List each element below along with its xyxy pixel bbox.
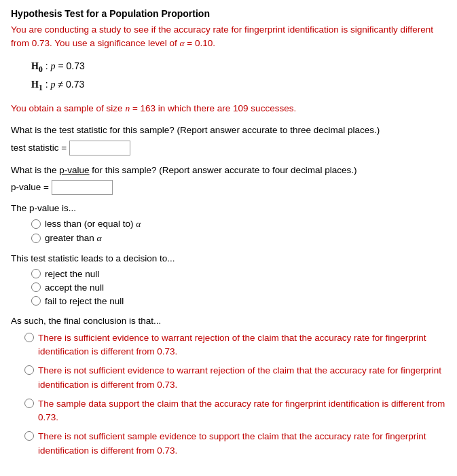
conclusion-radio-4[interactable]: [24, 431, 34, 441]
q2-question: What is the p-value for this sample? (Re…: [11, 164, 446, 177]
pvalue-input[interactable]: [52, 180, 113, 195]
intro-text: You are conducting a study to see if the…: [11, 23, 446, 51]
decision-reject-label: reject the null: [45, 269, 99, 279]
sample-info: You obtain a sample of size n = 163 in w…: [11, 102, 446, 115]
conclusion-label-4: There is not sufficient sample evidence …: [38, 430, 446, 458]
conclusion-radio-1[interactable]: [24, 333, 34, 342]
decision-radio-reject[interactable]: [31, 269, 41, 278]
decision-option-fail: fail to reject the null: [31, 296, 446, 306]
conclusion-option-4: There is not sufficient sample evidence …: [24, 430, 446, 458]
page-title: Hypothesis Test for a Population Proport…: [11, 8, 446, 19]
decision-options-group: reject the null accept the null fail to …: [31, 269, 446, 306]
pvalue-radio-less[interactable]: [31, 219, 41, 229]
test-statistic-input[interactable]: [69, 141, 130, 155]
conclusion-options-group: There is sufficient evidence to warrant …: [24, 331, 446, 458]
conclusion-radio-3[interactable]: [24, 399, 34, 408]
pvalue-option-greater-label: greater than α: [45, 233, 102, 244]
conclusion-section-label: As such, the final conclusion is that...: [11, 316, 446, 326]
decision-option-reject: reject the null: [31, 269, 446, 279]
decision-section-label: This test statistic leads to a decision …: [11, 253, 446, 263]
conclusion-label-2: There is not sufficient evidence to warr…: [38, 364, 446, 392]
decision-accept-label: accept the null: [45, 282, 104, 293]
q1-question: What is the test statistic for this samp…: [11, 124, 446, 137]
test-statistic-label: test statistic =: [11, 143, 67, 153]
test-statistic-row: test statistic =: [11, 141, 446, 155]
hypotheses-block: H0 : p = 0.73 H1 : p ≠ 0.73: [31, 58, 446, 96]
decision-fail-label: fail to reject the null: [45, 296, 124, 306]
pvalue-row: p-value =: [11, 180, 446, 195]
pvalue-option-greater: greater than α: [31, 233, 446, 244]
conclusion-option-2: There is not sufficient evidence to warr…: [24, 364, 446, 392]
h0-line: H0 : p = 0.73: [31, 58, 446, 77]
pvalue-option-less-label: less than (or equal to) α: [45, 219, 141, 230]
decision-radio-fail[interactable]: [31, 296, 41, 306]
h1-line: H1 : p ≠ 0.73: [31, 76, 446, 95]
pvalue-option-less: less than (or equal to) α: [31, 219, 446, 230]
conclusion-radio-2[interactable]: [24, 365, 34, 375]
conclusion-label-1: There is sufficient evidence to warrant …: [38, 331, 446, 359]
pvalue-options-group: less than (or equal to) α greater than α: [31, 219, 446, 244]
decision-option-accept: accept the null: [31, 282, 446, 293]
pvalue-label: p-value =: [11, 182, 49, 192]
conclusion-option-3: The sample data support the claim that t…: [24, 397, 446, 425]
decision-radio-accept[interactable]: [31, 282, 41, 292]
conclusion-label-3: The sample data support the claim that t…: [38, 397, 446, 425]
conclusion-option-1: There is sufficient evidence to warrant …: [24, 331, 446, 359]
pvalue-section-label: The p-value is...: [11, 203, 446, 213]
pvalue-radio-greater[interactable]: [31, 234, 41, 243]
